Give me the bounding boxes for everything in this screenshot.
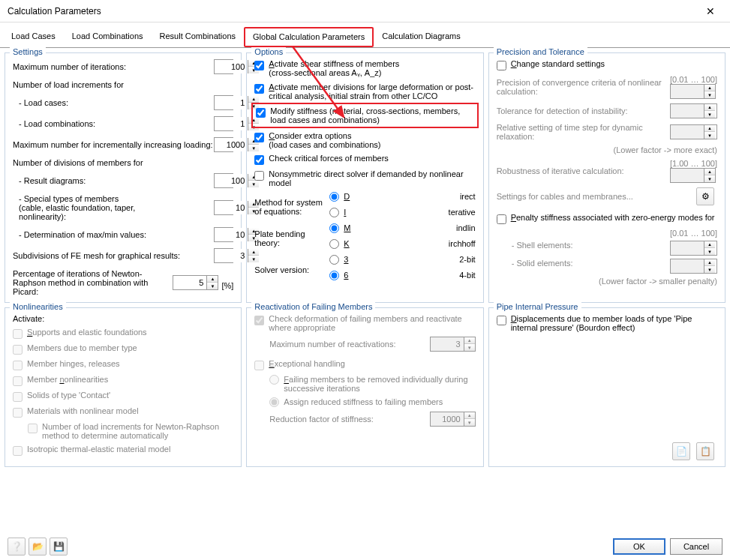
paste-icon[interactable]: 📋 xyxy=(696,442,714,460)
materials-nonlinear-checkbox[interactable]: Materials with nonlinear model xyxy=(13,406,233,418)
nonlinearities-group: Nonlinearities Activate: Supports and el… xyxy=(5,307,242,467)
options-group: Options AActivate shear stiffness of mem… xyxy=(246,52,483,303)
check-deform-checkbox[interactable]: Check deformation of failing members and… xyxy=(254,314,475,332)
tab-load-cases[interactable]: Load Cases xyxy=(3,27,64,47)
solver-32-radio[interactable]: 32-bit xyxy=(329,255,475,265)
remove-members-radio[interactable]: Failing members to be removed individual… xyxy=(269,375,475,393)
pipe-group: Pipe Internal Pressure Displacements due… xyxy=(488,307,725,467)
modify-stiffness-checkbox[interactable]: Modify stiffness (material, cross-sectio… xyxy=(256,106,473,124)
reactivation-group: Reactivation of Failing Members Check de… xyxy=(246,307,483,467)
solids-contact-checkbox[interactable]: Solids of type 'Contact' xyxy=(13,391,233,402)
hinges-checkbox[interactable]: Member hinges, releases xyxy=(13,359,233,370)
method-direct-radio[interactable]: Direct xyxy=(329,192,475,202)
convergence-input[interactable]: ▲▼ xyxy=(670,84,716,99)
cable-settings-icon[interactable]: ⚙ xyxy=(696,187,714,205)
bourdon-checkbox[interactable]: Displacements due to member loads of typ… xyxy=(497,314,717,332)
exceptional-checkbox[interactable]: Exceptional handling xyxy=(254,359,475,370)
tab-bar: Load Cases Load Combinations Result Comb… xyxy=(0,22,730,48)
max-incr-loading-input[interactable]: ▲▼ xyxy=(214,137,233,152)
pct-iterations-input[interactable]: ▲▼ xyxy=(173,275,218,290)
penalty-shell-input[interactable]: ▲▼ xyxy=(670,241,717,256)
supports-checkbox[interactable]: Supports and elastic foundations xyxy=(13,328,233,339)
members-type-checkbox[interactable]: Members due to member type xyxy=(13,343,233,355)
window-title: Calculation Parameters xyxy=(8,6,101,16)
max-reactivations-input[interactable]: ▲▼ xyxy=(430,337,476,352)
consider-extra-checkbox[interactable]: Consider extra options(load cases and co… xyxy=(254,131,475,149)
special-members-input[interactable]: ▲▼ xyxy=(214,200,233,215)
activate-shear-checkbox[interactable]: AActivate shear stiffness of membersctiv… xyxy=(254,59,475,78)
subdiv-input[interactable]: ▲▼ xyxy=(214,248,233,263)
nr-auto-checkbox[interactable]: Number of load increments for Newton-Rap… xyxy=(28,422,233,440)
plate-mindlin-radio[interactable]: Mindlin xyxy=(329,223,475,233)
iso-thermal-checkbox[interactable]: Isotropic thermal-elastic material model xyxy=(13,445,233,456)
penalty-checkbox[interactable]: Penalty stiffness associated with zero-e… xyxy=(497,213,717,224)
help-icon[interactable]: ❔ xyxy=(8,538,26,556)
max-iterations-input[interactable]: ▲▼ xyxy=(214,59,233,74)
reduction-factor-input[interactable]: ▲▼ xyxy=(430,412,476,427)
penalty-solid-input[interactable]: ▲▼ xyxy=(670,259,717,274)
save-icon[interactable]: 💾 xyxy=(50,538,68,556)
maxmin-input[interactable]: ▲▼ xyxy=(214,227,233,242)
tab-calc-diagrams[interactable]: Calculation Diagrams xyxy=(374,27,469,47)
solver-64-radio[interactable]: 64-bit xyxy=(329,271,475,280)
precision-group: Precision and Tolerance Change standard … xyxy=(488,52,725,303)
ok-button[interactable]: OK xyxy=(613,538,665,555)
check-critical-checkbox[interactable]: Check critical forces of members xyxy=(254,154,475,165)
close-icon[interactable]: ✕ xyxy=(697,2,724,20)
assign-reduced-radio[interactable]: Assign reduced stiffness to failing memb… xyxy=(269,397,475,407)
method-iterative-radio[interactable]: Iterative xyxy=(329,208,475,217)
member-nonlin-checkbox[interactable]: Member nonlinearities xyxy=(13,375,233,386)
copy-icon[interactable]: 📄 xyxy=(672,442,690,460)
tab-global-calc-parameters[interactable]: Global Calculation Parameters xyxy=(244,27,374,47)
incr-load-comb-input[interactable]: ▲▼ xyxy=(214,116,233,131)
cable-settings-link[interactable]: Settings for cables and membranes... xyxy=(497,192,662,201)
incr-load-cases-input[interactable]: ▲▼ xyxy=(214,95,233,110)
tab-load-combinations[interactable]: Load Combinations xyxy=(64,27,152,47)
robustness-input[interactable]: ▲▼ xyxy=(670,168,716,183)
timestep-input[interactable]: ▲▼ xyxy=(670,124,717,139)
plate-kirchhoff-radio[interactable]: Kirchhoff xyxy=(329,239,475,249)
nonsym-solver-checkbox[interactable]: Nonsymmetric direct solver if demanded b… xyxy=(254,169,475,187)
settings-group: Settings Maximum number of iterations: ▲… xyxy=(5,52,242,303)
cancel-button[interactable]: Cancel xyxy=(670,538,722,555)
change-std-checkbox[interactable]: Change standard settings xyxy=(497,59,717,70)
activate-member-div-checkbox[interactable]: Activate member divisions for large defo… xyxy=(254,82,475,100)
open-icon[interactable]: 📂 xyxy=(29,538,47,556)
tab-result-combinations[interactable]: Result Combinations xyxy=(152,27,245,47)
tolerance-input[interactable]: ▲▼ xyxy=(670,103,717,118)
result-diagrams-input[interactable]: ▲▼ xyxy=(214,173,233,188)
max-iterations-label: Maximum number of iterations: xyxy=(13,62,214,71)
